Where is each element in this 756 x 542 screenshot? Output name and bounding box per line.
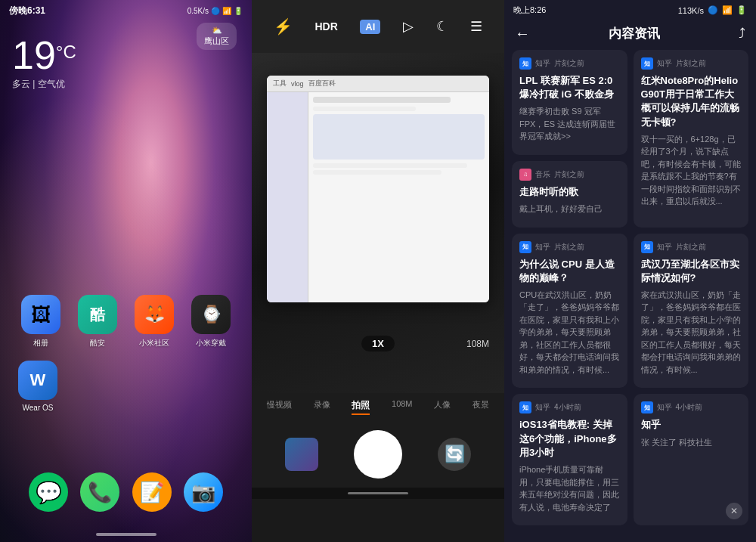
video-icon[interactable]: ▷ xyxy=(403,18,414,35)
weather-description: 多云 | 空气优 xyxy=(12,78,240,91)
news-card-title: 红米Note8Pro的Helio G90T用于日常工作大概可以保持几年的流畅无卡… xyxy=(641,74,742,129)
mode-portrait[interactable]: 人像 xyxy=(434,399,451,415)
mode-photo-active[interactable]: 拍照 xyxy=(352,399,370,415)
signal-icon: 📶 xyxy=(222,7,231,15)
dock-camera[interactable]: 📷 xyxy=(184,472,223,512)
camera-thumbnail[interactable] xyxy=(285,438,318,471)
app-mi-band[interactable]: ⌚ 小米穿戴 xyxy=(191,295,231,348)
mode-video[interactable]: 录像 xyxy=(314,399,330,415)
location-badge[interactable]: ⛅ 鹰山区 xyxy=(197,23,237,50)
close-card-button[interactable]: ✕ xyxy=(726,503,742,519)
news-card-source-row: 知 知乎 片刻之前 xyxy=(641,57,742,70)
zoom-indicator[interactable]: 1X xyxy=(361,336,395,352)
camera-home-indicator xyxy=(252,488,504,499)
weather-icon: ⛅ xyxy=(204,26,229,36)
news-card-cpu[interactable]: 知 知乎 片刻之前 为什么说 CPU 是人造物的巅峰？ CPU在武汉洪山区，奶奶… xyxy=(512,234,627,389)
news-back-button[interactable]: ← xyxy=(515,25,530,42)
dock-wechat[interactable]: 💬 xyxy=(29,472,68,512)
menu-icon[interactable]: ☰ xyxy=(470,18,482,35)
source-name: 知乎 xyxy=(657,242,672,252)
news-card-body: 戴上耳机，好好爱自己 xyxy=(519,203,620,215)
source-time: 片刻之前 xyxy=(554,58,584,69)
news-card-body: 张 关注了 科技社生 xyxy=(641,436,742,449)
news-card-title: 为什么说 CPU 是人造物的巅峰？ xyxy=(519,258,620,285)
source-name: 知乎 xyxy=(535,58,550,69)
camera-viewfinder: 工具 vlog 百度百科 1X xyxy=(252,53,504,393)
ai-button[interactable]: AI xyxy=(360,20,380,34)
news-card-source-row: 知 知乎 片刻之前 xyxy=(519,241,620,253)
flip-camera-button[interactable]: 🔄 xyxy=(438,438,471,471)
source-time: 4小时前 xyxy=(554,402,581,413)
mode-night[interactable]: 夜景 xyxy=(472,399,489,415)
flash-icon[interactable]: ⚡ xyxy=(274,17,293,36)
source-time: 片刻之前 xyxy=(676,58,706,69)
news-card-title: 走路时听的歌 xyxy=(519,185,620,199)
news-card-lpl[interactable]: 知 知乎 片刻之前 LPL 联赛新军 ES 2:0 爆冷打破 iG 不败金身 继… xyxy=(512,50,627,155)
app-mi-community[interactable]: 🦊 小米社区 xyxy=(135,295,174,348)
news-card-body: 双十一买的，6+128g，已经用了3个月，说下缺点吧，有时候会有卡顿，可能是系统… xyxy=(641,133,742,208)
news-card-title: 武汉乃至湖北各区市实际情况如何? xyxy=(641,258,742,285)
source-name: 知乎 xyxy=(657,58,672,69)
news-screen: 晚上8:26 113K/s 🔵 📶 🔋 ← 内容资讯 ⤴ 知 知乎 片刻之前 L… xyxy=(504,0,756,542)
mode-slowvideo[interactable]: 慢视频 xyxy=(267,399,292,415)
source-time: 片刻之前 xyxy=(554,242,584,252)
source-name: 知乎 xyxy=(535,402,550,413)
news-card-title: 知乎 xyxy=(641,418,742,432)
news-card-wuhan[interactable]: 知 知乎 片刻之前 武汉乃至湖北各区市实际情况如何? 家在武汉洪山区，奶奶「走了… xyxy=(634,234,749,389)
news-battery-icon: 🔋 xyxy=(736,5,747,15)
source-badge-zhihu: 知 xyxy=(519,241,531,253)
source-time: 4小时前 xyxy=(676,402,703,413)
app-grid-row2: W Wear OS xyxy=(0,348,252,412)
shutter-button[interactable] xyxy=(354,430,402,479)
source-time: 片刻之前 xyxy=(554,169,584,180)
inner-preview: 工具 vlog 百度百科 xyxy=(267,76,489,302)
mode-108m[interactable]: 108M xyxy=(392,399,413,415)
news-card-body: CPU在武汉洪山区，奶奶「走了」，爸爸妈妈爷爷都在医院，家里只有我和上小学的弟弟… xyxy=(519,289,620,376)
home-dock: 💬 📞 📝 📷 xyxy=(0,472,252,512)
news-card-body: iPhone手机质量可靠耐用，只要电池能撑住，用三来五年绝对没有问题，因此有人说… xyxy=(519,463,620,513)
app-albums[interactable]: 🖼 相册 xyxy=(21,295,60,348)
app-grid-row1: 🖼 相册 酷 酷安 🦊 小米社区 ⌚ 小米穿戴 xyxy=(0,98,252,348)
location-name: 鹰山区 xyxy=(204,36,229,47)
camera-controls: 🔄 xyxy=(252,421,504,488)
camera-top-controls: ⚡ HDR AI ▷ ☾ ☰ xyxy=(252,0,504,53)
news-status-right: 113K/s 🔵 📶 🔋 xyxy=(678,5,747,15)
app-kuan[interactable]: 酷 酷安 xyxy=(78,295,117,348)
megapixel-indicator: 108M xyxy=(466,339,489,349)
bluetooth-icon: 🔵 xyxy=(211,7,220,15)
news-card-body: 家在武汉洪山区，奶奶「走了」，爸爸妈妈爷爷都在医院，家里只有我和上小学的弟弟，每… xyxy=(641,289,742,376)
news-card-redmi[interactable]: 知 知乎 片刻之前 红米Note8Pro的Helio G90T用于日常工作大概可… xyxy=(634,50,749,228)
source-badge-music: ♫ xyxy=(519,169,531,181)
news-card-ios[interactable]: 知 知乎 4小时前 iOS13省电教程: 关掉这6个功能，iPhone多用3小时… xyxy=(512,394,627,525)
news-card-title: iOS13省电教程: 关掉这6个功能，iPhone多用3小时 xyxy=(519,418,620,460)
app-wear-os[interactable]: W Wear OS xyxy=(18,361,57,412)
news-card-title: LPL 联赛新军 ES 2:0 爆冷打破 iG 不败金身 xyxy=(519,74,620,101)
home-status-icons: 0.5K/s 🔵 📶 🔋 xyxy=(187,7,243,15)
battery-icon: 🔋 xyxy=(234,7,243,15)
news-card-source-row: ♫ 音乐 片刻之前 xyxy=(519,169,620,181)
news-wifi-icon: 📶 xyxy=(722,5,733,15)
home-swipe-bar xyxy=(96,533,156,536)
news-header: ← 内容资讯 ⤴ xyxy=(504,19,756,50)
news-card-body: 继赛季初击败 S9 冠军 FPX，ES 达成连斩两届世界冠军成就>> xyxy=(519,105,620,143)
camera-screen: ⚡ HDR AI ▷ ☾ ☰ 工具 vlog 百度百科 xyxy=(252,0,504,542)
news-time: 晚上8:26 xyxy=(513,5,546,16)
news-network-speed: 113K/s xyxy=(678,6,704,15)
news-share-button[interactable]: ⤴ xyxy=(739,26,745,42)
news-card-music[interactable]: ♫ 音乐 片刻之前 走路时听的歌 戴上耳机，好好爱自己 xyxy=(512,161,627,228)
source-badge-zhihu: 知 xyxy=(519,401,531,413)
dock-phone[interactable]: 📞 xyxy=(80,472,119,512)
news-status-bar: 晚上8:26 113K/s 🔵 📶 🔋 xyxy=(504,0,756,19)
source-badge-zhihu: 知 xyxy=(641,401,653,413)
hdr-button[interactable]: HDR xyxy=(314,20,337,33)
source-badge-zhihu: 知 xyxy=(641,241,653,253)
temp-unit: °C xyxy=(56,42,76,63)
news-card-source-row: 知 知乎 4小时前 xyxy=(519,401,620,413)
moon-icon[interactable]: ☾ xyxy=(436,18,448,35)
dock-notes[interactable]: 📝 xyxy=(132,472,172,512)
temperature: 19 xyxy=(12,36,56,75)
camera-mode-bar: 慢视频 录像 拍照 108M 人像 夜景 xyxy=(252,393,504,421)
source-badge-zhihu: 知 xyxy=(519,57,531,70)
news-card-zhihu[interactable]: 知 知乎 4小时前 知乎 张 关注了 科技社生 ✕ xyxy=(634,394,749,525)
source-name: 知乎 xyxy=(657,402,672,413)
